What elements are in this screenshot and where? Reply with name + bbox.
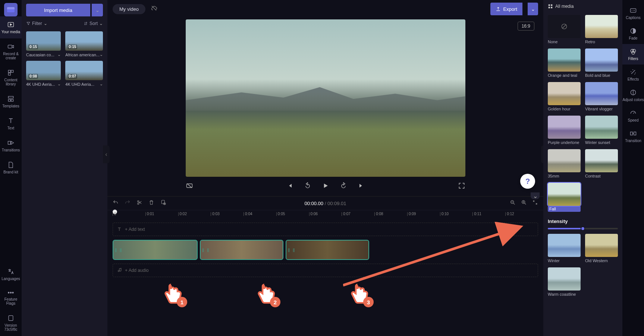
filter-option[interactable]: Orange and teal	[548, 48, 581, 78]
filter-thumbnail	[585, 149, 618, 172]
nav-version[interactable]: Version 73c5f8c	[0, 310, 22, 336]
delete-button[interactable]	[148, 200, 154, 207]
text-placeholder-label: + Add text	[125, 227, 145, 232]
nav-your-media[interactable]: Your media	[0, 16, 22, 38]
cloud-off-icon[interactable]	[151, 5, 157, 13]
nav-templates[interactable]: Templates	[0, 91, 22, 113]
filter-thumbnail	[585, 234, 618, 257]
expand-panel-button[interactable]: ⌄	[531, 192, 540, 199]
templates-icon	[7, 95, 15, 103]
help-button[interactable]: ?	[520, 174, 535, 189]
nav-transitions[interactable]: Transitions	[0, 135, 22, 157]
import-dropdown-button[interactable]: ⌄	[92, 4, 103, 16]
text-track-placeholder[interactable]: + Add text	[113, 223, 538, 236]
forward-button[interactable]	[340, 182, 347, 191]
video-preview[interactable]	[186, 19, 465, 177]
media-clip[interactable]: 0:15 African american...⌄	[65, 31, 103, 57]
filter-option[interactable]: Winter sunset	[585, 116, 618, 145]
media-thumbnail: 0:15	[26, 31, 61, 51]
export-dropdown-button[interactable]: ⌄	[528, 3, 538, 15]
filter-option[interactable]: None	[548, 15, 581, 44]
filter-label: Retro	[585, 40, 618, 44]
rnav-label: Speed	[628, 118, 639, 122]
chevron-down-icon[interactable]: ⌄	[57, 52, 61, 57]
filter-option[interactable]: Vibrant vlogger	[585, 82, 618, 111]
timeline-ruler[interactable]: 00:010:020:030:040:050:060:070:080:090:1…	[107, 210, 543, 220]
split-button[interactable]	[136, 200, 142, 207]
collapse-left-panel-button[interactable]: ‹	[103, 145, 110, 163]
zoom-out-button[interactable]	[510, 200, 516, 207]
rnav-filters[interactable]: Filters	[622, 44, 644, 65]
svg-point-26	[632, 51, 635, 54]
media-clip[interactable]: 0:15 Caucasian co...⌄	[26, 31, 61, 57]
chevron-down-icon[interactable]: ⌄	[100, 52, 103, 57]
filter-option[interactable]: Golden hour	[548, 82, 581, 111]
nav-feature-flags[interactable]: ••• Feature Flags	[0, 285, 22, 310]
fullscreen-button[interactable]	[458, 182, 465, 191]
ruler-tick: 0:07	[342, 212, 374, 216]
svg-rect-3	[11, 70, 13, 72]
filter-option[interactable]: Old Western	[585, 234, 618, 263]
zoom-in-button[interactable]	[521, 200, 527, 207]
media-clip[interactable]: 0:08 4K UHD Aeria...⌄	[26, 61, 61, 87]
redo-button[interactable]	[125, 200, 131, 207]
media-thumbnail: 0:15	[65, 31, 103, 51]
rewind-button[interactable]	[304, 182, 311, 191]
rnav-transition[interactable]: Transition	[622, 126, 644, 147]
filter-option[interactable]: Bold and blue	[585, 48, 618, 78]
filter-thumbnail	[548, 48, 581, 72]
filter-option[interactable]: Purple undertone	[548, 116, 581, 145]
rnav-speed[interactable]: Speed	[622, 106, 644, 126]
timeline-clip[interactable]	[113, 240, 198, 260]
chevron-down-icon[interactable]: ⌄	[100, 82, 103, 87]
filter-option[interactable]: Winter	[548, 234, 581, 263]
filter-option[interactable]: Fall	[548, 183, 581, 212]
svg-rect-18	[551, 4, 552, 6]
fit-timeline-button[interactable]	[532, 200, 538, 207]
skip-back-button[interactable]	[286, 182, 293, 191]
clip-name: Caucasian co...	[26, 53, 54, 57]
timeline-clip[interactable]	[200, 240, 283, 260]
filter-thumbnail	[585, 82, 618, 105]
filters-panel-header[interactable]: All media	[548, 4, 618, 9]
version-icon	[7, 314, 15, 322]
filter-label: None	[548, 40, 581, 44]
aspect-ratio-button[interactable]: 16:9	[518, 22, 534, 31]
skip-forward-button[interactable]	[358, 182, 365, 191]
filter-option[interactable]: Retro	[585, 15, 618, 44]
app-logo[interactable]	[4, 3, 18, 16]
chevron-down-icon: ⌄	[99, 21, 103, 26]
nav-record-create[interactable]: Record & create	[0, 38, 22, 65]
nav-languages[interactable]: Languages	[0, 263, 22, 285]
filter-option[interactable]: Contrast	[585, 149, 618, 178]
nav-brand-kit[interactable]: Brand kit	[0, 157, 22, 179]
nav-content-library[interactable]: Content library	[0, 65, 22, 91]
rnav-captions[interactable]: Captions	[622, 3, 644, 23]
import-media-button[interactable]: Import media	[26, 4, 90, 16]
rnav-effects[interactable]: Effects	[622, 65, 644, 85]
undo-button[interactable]	[113, 200, 119, 207]
sort-dropdown[interactable]: Sort ⌄	[84, 21, 103, 26]
nav-label: Text	[7, 126, 14, 130]
filter-option[interactable]: Warm coastline	[548, 267, 581, 296]
duplicate-button[interactable]	[160, 200, 166, 207]
export-button[interactable]: Export	[490, 3, 522, 15]
nav-text[interactable]: Text	[0, 113, 22, 135]
rnav-adjust-colors[interactable]: Adjust colors	[622, 85, 644, 106]
filter-thumbnail	[585, 15, 618, 38]
intensity-slider[interactable]	[548, 228, 618, 229]
project-title[interactable]: My video	[113, 4, 145, 14]
hide-controls-icon[interactable]	[186, 182, 193, 191]
timeline-clip[interactable]	[286, 240, 369, 260]
media-clip[interactable]: 0:07 4K UHD Aeria...⌄	[65, 61, 103, 87]
filter-dropdown[interactable]: Filter ⌄	[26, 21, 47, 26]
audio-track-placeholder[interactable]: + Add audio	[113, 264, 538, 277]
current-time: 00:00.00	[304, 201, 323, 206]
media-thumbnail: 0:08	[26, 61, 61, 80]
filter-option[interactable]: 35mm	[548, 149, 581, 178]
play-button[interactable]	[322, 182, 329, 191]
video-track[interactable]	[113, 240, 538, 260]
chevron-down-icon[interactable]: ⌄	[57, 82, 61, 87]
filter-thumbnail	[548, 183, 581, 206]
rnav-fade[interactable]: Fade	[622, 23, 644, 44]
